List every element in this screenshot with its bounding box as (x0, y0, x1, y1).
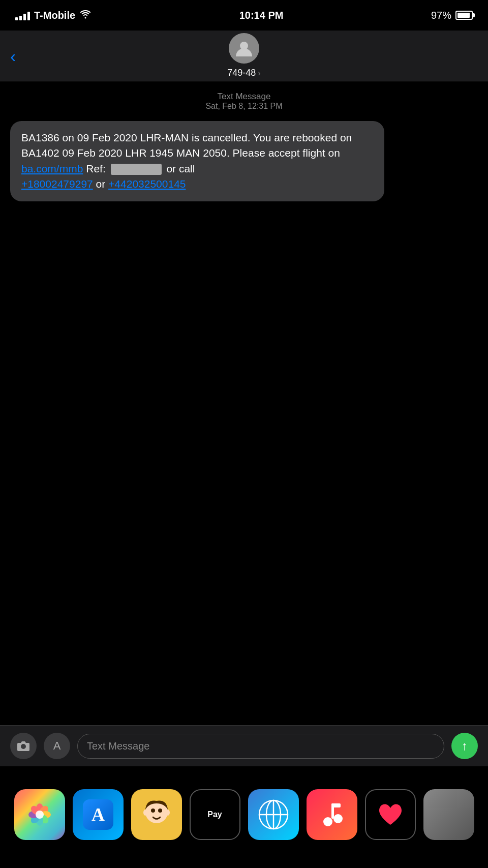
ba-link[interactable]: ba.com/mmb (21, 163, 83, 174)
camera-icon (17, 740, 30, 752)
appstore-small-button[interactable]: A (44, 733, 70, 759)
battery-percent: 97% (431, 10, 451, 21)
svg-point-23 (333, 814, 343, 823)
back-chevron-icon: ‹ (10, 47, 16, 65)
applepay-icon: Pay (207, 810, 222, 819)
phone2-link[interactable]: +442032500145 (108, 178, 186, 190)
time-display: 10:14 PM (239, 10, 284, 21)
back-button[interactable]: ‹ (10, 47, 16, 65)
dock-extra[interactable] (423, 789, 474, 840)
svg-text:A: A (92, 804, 105, 825)
dock-memoji[interactable] (131, 789, 182, 840)
memoji-icon (136, 794, 177, 835)
message-text: BA1386 on 09 Feb 2020 LHR-MAN is cancell… (21, 130, 373, 192)
contact-chevron-icon: › (258, 69, 260, 78)
signal-bar-1 (15, 17, 18, 20)
text-input-wrap[interactable]: Text Message (77, 734, 444, 759)
signal-bar-4 (27, 12, 30, 20)
message-meta: Text Message Sat, Feb 8, 12:31 PM (10, 92, 478, 111)
svg-rect-25 (331, 803, 341, 807)
svg-point-16 (143, 810, 147, 816)
svg-point-14 (151, 809, 155, 813)
browser-icon (258, 799, 289, 830)
send-button[interactable]: ↑ (451, 733, 478, 759)
dock-extra-bg (423, 789, 474, 840)
signal-bar-3 (23, 14, 26, 20)
message-type-label: Text Message (10, 92, 478, 102)
photos-icon (24, 799, 55, 830)
text-input-placeholder: Text Message (87, 740, 149, 752)
battery-fill (458, 13, 470, 18)
message-timestamp: Sat, Feb 8, 12:31 PM (10, 102, 478, 111)
contact-name-label[interactable]: 749-48 › (227, 68, 260, 78)
dock-browser[interactable] (248, 789, 299, 840)
phone1-link[interactable]: +18002479297 (21, 178, 93, 190)
nav-bar: ‹ 749-48 › (0, 31, 488, 81)
ref-label: Ref: (83, 163, 108, 174)
input-bar: A Text Message ↑ (0, 725, 488, 766)
appstore-small-icon: A (50, 739, 64, 753)
avatar (229, 33, 259, 64)
wifi-icon (79, 10, 92, 21)
contact-info: 749-48 › (227, 33, 260, 78)
battery-icon (455, 11, 473, 20)
music-icon (317, 799, 347, 830)
redacted-ref (111, 164, 162, 175)
message-bubble: BA1386 on 09 Feb 2020 LHR-MAN is cancell… (10, 121, 384, 201)
applepay-content: Pay (207, 810, 222, 819)
dock-appstore[interactable]: A (73, 789, 124, 840)
status-left: T-Mobile (15, 10, 92, 21)
camera-button[interactable] (10, 733, 37, 759)
dock: A Pay (0, 771, 488, 868)
appstore-dock-icon: A (83, 799, 113, 830)
dock-music[interactable] (307, 789, 357, 840)
svg-text:A: A (53, 739, 61, 752)
svg-point-17 (166, 810, 170, 816)
or-label: or (93, 178, 108, 190)
status-right: 97% (431, 10, 473, 21)
dock-photos[interactable] (14, 789, 65, 840)
contact-name-text: 749-48 (227, 68, 256, 78)
signal-bar-2 (19, 16, 22, 20)
carrier-label: T-Mobile (34, 10, 75, 21)
person-icon (235, 39, 253, 57)
message-area: Text Message Sat, Feb 8, 12:31 PM BA1386… (0, 81, 488, 206)
signal-bars (15, 10, 30, 20)
dock-health[interactable] (365, 789, 416, 840)
send-arrow-icon: ↑ (462, 739, 468, 753)
or-call-label: or call (164, 163, 195, 174)
message-body: BA1386 on 09 Feb 2020 LHR-MAN is cancell… (21, 132, 352, 159)
svg-point-10 (36, 811, 44, 819)
dock-applepay[interactable]: Pay (190, 789, 240, 840)
svg-point-22 (323, 817, 332, 826)
status-bar: T-Mobile 10:14 PM 97% (0, 0, 488, 31)
health-icon (375, 799, 406, 830)
svg-point-15 (158, 809, 162, 813)
